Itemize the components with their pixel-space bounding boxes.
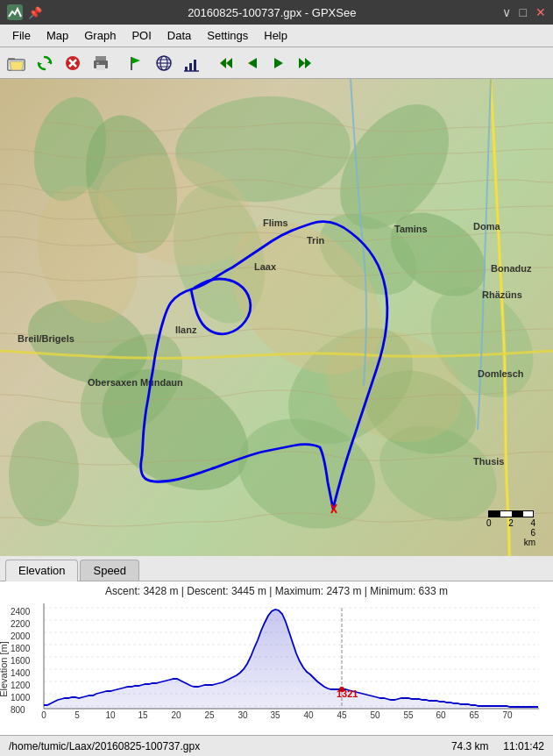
- map-source-button[interactable]: [151, 51, 177, 75]
- svg-text:55: 55: [403, 710, 414, 720]
- menu-settings[interactable]: Settings: [200, 26, 255, 45]
- svg-text:70: 70: [502, 710, 513, 720]
- chart-icon: [183, 54, 201, 72]
- next-track-button[interactable]: [266, 51, 291, 75]
- menu-poi[interactable]: POI: [124, 26, 158, 45]
- svg-text:1400: 1400: [11, 668, 31, 678]
- svg-text:Elevation [m]: Elevation [m]: [0, 641, 9, 697]
- svg-rect-11: [96, 65, 105, 70]
- svg-marker-29: [299, 58, 305, 68]
- svg-text:65: 65: [469, 710, 479, 720]
- svg-text:2000: 2000: [11, 631, 31, 641]
- first-track-button[interactable]: [214, 51, 238, 75]
- distance-display: 74.3 km 11:01:42: [451, 740, 544, 752]
- status-bar: /home/tumic/Laax/20160825-100737.gpx 74.…: [0, 735, 553, 756]
- svg-text:2400: 2400: [11, 607, 31, 617]
- menu-data[interactable]: Data: [160, 26, 198, 45]
- close-file-button[interactable]: [60, 51, 86, 75]
- bottom-section: Elevation Speed Ascent: 3428 m | Descent…: [0, 556, 553, 735]
- svg-text:15: 15: [138, 710, 148, 720]
- map-canvas: [0, 79, 553, 556]
- file-path: /home/tumic/Laax/20160825-100737.gpx: [9, 740, 200, 752]
- toolbar: [0, 47, 553, 79]
- last-track-button[interactable]: [293, 51, 317, 75]
- scale-label-4: 4: [530, 518, 535, 528]
- scale-unit: km: [524, 538, 535, 547]
- title-bar-left: 📌: [7, 4, 42, 20]
- title-bar: 📌 20160825-100737.gpx - GPXSee ∨ □ ✕: [0, 0, 553, 25]
- menu-map[interactable]: Map: [39, 26, 75, 45]
- svg-rect-22: [194, 60, 196, 71]
- reload-button[interactable]: [32, 51, 58, 75]
- svg-text:20: 20: [171, 710, 181, 720]
- svg-text:35: 35: [270, 710, 280, 720]
- svg-marker-26: [248, 58, 257, 68]
- svg-text:40: 40: [303, 710, 314, 720]
- time-value: 11:01:42: [503, 740, 544, 752]
- svg-text:50: 50: [370, 710, 380, 720]
- graph-area: Ascent: 3428 m | Descent: 3445 m | Maxim…: [0, 581, 553, 735]
- maximize-button[interactable]: □: [520, 5, 527, 19]
- window-title: 20160825-100737.gpx - GPXSee: [42, 6, 502, 19]
- svg-point-69: [339, 687, 344, 692]
- graph-stats: Ascent: 3428 m | Descent: 3445 m | Maxim…: [0, 581, 553, 599]
- window-controls: ∨ □ ✕: [502, 5, 546, 19]
- elevation-chart: 2400 2200 2000 1800 1600 1400 1200 1000 …: [0, 599, 553, 720]
- next-icon: [271, 55, 287, 71]
- svg-marker-14: [131, 57, 140, 64]
- flag-icon: [127, 54, 145, 72]
- svg-text:60: 60: [436, 710, 446, 720]
- svg-text:25: 25: [204, 710, 215, 720]
- minimize-button[interactable]: ∨: [502, 5, 511, 19]
- scale-bar: 0 2 4 6 km: [486, 510, 535, 547]
- svg-marker-24: [220, 58, 226, 68]
- svg-text:0: 0: [41, 710, 46, 720]
- elevation-graph-button[interactable]: [179, 51, 205, 75]
- menu-graph[interactable]: Graph: [77, 26, 123, 45]
- open-button[interactable]: [4, 51, 30, 75]
- close-button[interactable]: ✕: [535, 5, 546, 19]
- svg-text:10: 10: [105, 710, 116, 720]
- open-icon: [7, 54, 26, 72]
- map-area[interactable]: 0 2 4 6 km: [0, 79, 553, 556]
- svg-text:30: 30: [238, 710, 248, 720]
- menu-help[interactable]: Help: [257, 26, 294, 45]
- close-icon: [64, 54, 82, 72]
- tab-bar: Elevation Speed: [0, 556, 553, 581]
- scale-label-0: 0: [486, 518, 492, 528]
- pin-icon: 📌: [28, 6, 42, 19]
- svg-text:2200: 2200: [11, 619, 31, 629]
- svg-marker-25: [226, 58, 232, 68]
- svg-marker-28: [305, 58, 311, 68]
- print-icon: [92, 54, 110, 72]
- svg-text:1600: 1600: [11, 656, 31, 666]
- svg-text:1000: 1000: [11, 693, 31, 703]
- first-icon: [218, 55, 234, 71]
- scale-label-6: 6: [530, 528, 535, 538]
- svg-text:1800: 1800: [11, 644, 31, 653]
- prev-track-button[interactable]: [240, 51, 265, 75]
- svg-rect-21: [189, 63, 192, 71]
- svg-rect-12: [96, 62, 99, 64]
- globe-icon: [155, 54, 173, 72]
- svg-marker-27: [274, 58, 283, 68]
- svg-text:800: 800: [11, 705, 25, 715]
- print-button[interactable]: [88, 51, 114, 75]
- svg-text:45: 45: [337, 710, 347, 720]
- prev-icon: [245, 55, 260, 71]
- scale-label-2: 2: [508, 518, 514, 528]
- reload-icon: [36, 54, 53, 72]
- app-icon: [7, 4, 23, 20]
- svg-text:5: 5: [74, 710, 80, 720]
- menu-bar: File Map Graph POI Data Settings Help: [0, 25, 553, 47]
- graph-svg-container: 2400 2200 2000 1800 1600 1400 1200 1000 …: [0, 599, 553, 722]
- distance-value: 74.3 km: [451, 740, 489, 752]
- menu-file[interactable]: File: [5, 26, 38, 45]
- tab-elevation[interactable]: Elevation: [5, 560, 78, 581]
- tab-speed[interactable]: Speed: [80, 560, 139, 581]
- waypoints-button[interactable]: [123, 51, 149, 75]
- last-icon: [297, 55, 313, 71]
- svg-text:1200: 1200: [11, 681, 31, 690]
